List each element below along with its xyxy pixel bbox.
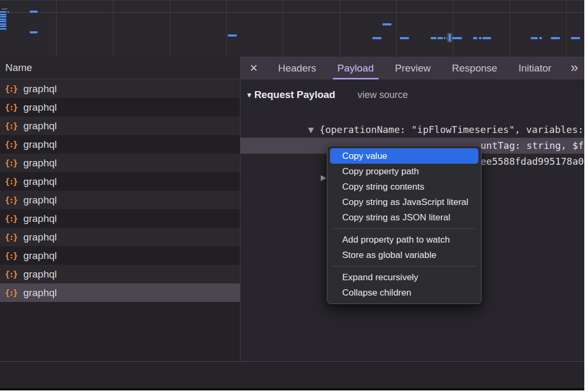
selection-tick-bar: [449, 34, 451, 41]
devtools-network-panel: Name ✕ HeadersPayloadPreviewResponseInit…: [0, 0, 584, 390]
tab-initiator[interactable]: Initiator: [519, 57, 551, 79]
tab-response[interactable]: Response: [452, 57, 497, 79]
json-icon: {:}: [5, 176, 17, 186]
request-list: {:}graphql{:}graphql{:}graphql{:}graphql…: [0, 79, 240, 361]
waterfall-bar: [228, 34, 237, 37]
menu-item-collapse-children[interactable]: Collapse children: [330, 285, 478, 300]
network-request-row[interactable]: {:}graphql: [0, 79, 240, 98]
request-name: graphql: [23, 139, 57, 150]
waterfall-bar: [473, 37, 477, 39]
waterfall-bar: [2, 8, 7, 10]
request-name: graphql: [23, 83, 57, 95]
json-icon: {:}: [5, 232, 17, 242]
request-name: graphql: [23, 176, 57, 188]
json-icon: {:}: [5, 139, 17, 149]
context-menu: Copy valueCopy property pathCopy string …: [327, 145, 482, 304]
tab-payload[interactable]: Payload: [337, 57, 374, 79]
request-name: graphql: [23, 213, 57, 225]
waterfall-bar: [400, 37, 409, 39]
menu-separator: [333, 228, 476, 229]
network-request-row[interactable]: {:}graphql: [0, 191, 240, 209]
waterfall-bar: [438, 37, 443, 39]
tab-headers[interactable]: Headers: [278, 57, 316, 79]
menu-item-copy-property-path[interactable]: Copy property path: [330, 164, 478, 179]
json-icon: {:}: [5, 213, 17, 224]
network-request-row[interactable]: {:}graphql: [0, 246, 240, 265]
summary-bar: [0, 362, 584, 388]
waterfall-bar: [30, 31, 38, 33]
request-name: graphql: [23, 231, 57, 243]
waterfall-bar: [431, 37, 436, 39]
network-request-row[interactable]: {:}graphql: [0, 154, 240, 172]
request-name: graphql: [23, 157, 57, 169]
network-request-row[interactable]: {:}graphql: [0, 283, 240, 302]
waterfall-bar: [0, 19, 6, 20]
waterfall-bar: [479, 37, 482, 39]
waterfall-bar: [0, 23, 6, 25]
network-request-row[interactable]: {:}graphql: [0, 117, 240, 135]
waterfall-bar: [0, 21, 6, 22]
json-icon: {:}: [5, 288, 17, 298]
waterfall-bar: [452, 37, 462, 39]
waterfall-bar: [0, 11, 6, 13]
json-icon: {:}: [5, 121, 17, 131]
waterfall-bar: [0, 14, 6, 15]
request-name: graphql: [23, 250, 57, 262]
request-name: graphql: [23, 194, 57, 206]
request-name: graphql: [23, 269, 57, 280]
network-request-row[interactable]: {:}graphql: [0, 265, 240, 283]
waterfall-bar: [7, 11, 9, 13]
detail-tab-strip: ✕ HeadersPayloadPreviewResponseInitiator…: [240, 57, 584, 79]
network-overview-timeline[interactable]: [0, 0, 584, 57]
tree-row-payload-summary[interactable]: ▼ {operationName: "ipFlowTimeseries", va…: [240, 106, 584, 122]
request-name: graphql: [23, 287, 57, 299]
json-icon: {:}: [5, 102, 17, 112]
property-value-right: untTag: string, $f: [480, 138, 584, 154]
overview-gridline: [0, 12, 584, 13]
network-request-row[interactable]: {:}graphql: [0, 172, 240, 191]
menu-item-copy-value[interactable]: Copy value: [330, 148, 478, 164]
tree-row-operation-name[interactable]: operationName: "ipFlowTimeseries": [240, 122, 584, 138]
waterfall-bar: [372, 37, 381, 39]
menu-item-copy-string-as-javascript-literal[interactable]: Copy string as JavaScript literal: [330, 194, 478, 210]
network-request-row[interactable]: {:}graphql: [0, 209, 240, 228]
json-icon: {:}: [5, 269, 17, 279]
json-icon: {:}: [5, 158, 17, 168]
request-payload-section-header: ▼ Request Payload view source: [240, 88, 584, 102]
json-icon: {:}: [5, 84, 17, 94]
network-request-row[interactable]: {:}graphql: [0, 135, 240, 154]
waterfall-bar: [0, 25, 6, 27]
waterfall-bar: [531, 37, 538, 39]
json-icon: {:}: [5, 251, 17, 261]
screenshot-canvas: Name ✕ HeadersPayloadPreviewResponseInit…: [0, 0, 588, 392]
menu-item-copy-string-contents[interactable]: Copy string contents: [330, 179, 478, 194]
json-icon: {:}: [5, 195, 17, 205]
menu-separator: [333, 266, 476, 266]
waterfall-bar: [571, 37, 580, 39]
menu-item-store-as-global-variable[interactable]: Store as global variable: [330, 247, 478, 263]
waterfall-bar: [0, 16, 6, 17]
window-bottom-edge: [0, 388, 584, 390]
menu-item-add-property-path-to-watch[interactable]: Add property path to watch: [330, 232, 478, 247]
section-title: Request Payload: [254, 89, 335, 101]
network-request-row[interactable]: {:}graphql: [0, 98, 240, 117]
request-name: graphql: [23, 120, 57, 132]
waterfall-bar: [30, 11, 38, 13]
menu-item-copy-string-as-json-literal[interactable]: Copy string as JSON literal: [330, 210, 478, 225]
waterfall-bar: [483, 37, 491, 39]
view-source-link[interactable]: view source: [358, 90, 408, 101]
chevron-down-icon[interactable]: ▼: [246, 91, 253, 99]
name-column-header[interactable]: Name: [0, 57, 240, 79]
overflow-tabs-icon[interactable]: »: [571, 57, 577, 79]
waterfall-bar: [539, 37, 542, 39]
request-name: graphql: [23, 102, 57, 113]
property-value-right: ee5588fdad995178a0: [480, 154, 584, 170]
network-request-row[interactable]: {:}graphql: [0, 228, 240, 246]
waterfall-bar: [444, 37, 446, 39]
menu-item-expand-recursively[interactable]: Expand recursively: [330, 270, 478, 285]
close-icon[interactable]: ✕: [240, 57, 268, 79]
waterfall-bar: [551, 37, 560, 39]
waterfall-bar: [0, 28, 6, 30]
tab-preview[interactable]: Preview: [395, 57, 431, 79]
waterfall-bar: [382, 23, 391, 25]
